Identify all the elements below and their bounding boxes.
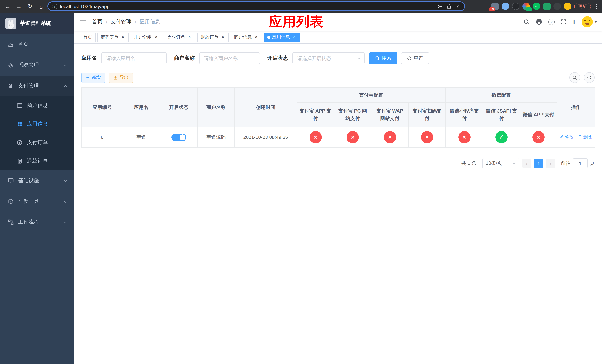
next-page-button[interactable]: › [546,159,555,168]
refresh-button[interactable] [584,72,595,83]
profile-badge: 1 [527,7,532,11]
cell-alipay-wap: × [371,127,408,148]
sidebar-item-infra[interactable]: 基础设施 [0,170,74,191]
sidebar-item-label: 基础设施 [18,177,39,184]
extension-icon[interactable] [512,3,519,10]
bookmark-star-icon[interactable]: ☆ [456,3,461,9]
search-button[interactable]: 搜索 [369,52,397,64]
goto-page-input[interactable] [573,159,588,168]
github-icon[interactable] [536,19,542,25]
col-header-alipay-wap: 支付宝 WAP 网站支付 [371,102,408,127]
edit-link[interactable]: 修改 [559,133,574,140]
home-icon[interactable]: ⌂ [36,1,46,11]
sidebar-item-dev-tools[interactable]: 研发工具 [0,191,74,212]
goto-unit: 页 [590,160,595,167]
status-fail-icon: × [458,131,470,143]
breadcrumb-section[interactable]: 支付管理 [111,19,131,25]
reload-icon[interactable]: ↻ [25,1,35,11]
sidebar-item-home[interactable]: 首页 [0,34,74,55]
sidebar-logo-row[interactable]: 芋道管理系统 [0,13,74,34]
browser-menu-icon[interactable]: ⋮ [594,3,599,10]
tab-pay-order[interactable]: 支付订单 × [164,32,195,42]
profile-avatar-icon[interactable]: 1 [522,3,530,10]
sidebar-item-merchant-info[interactable]: 商户信息 [0,96,74,115]
delete-link[interactable]: 删除 [578,133,592,140]
table-row: 6 芋道 芋道源码 2021-10-23 08:49:25 × × × × × [82,127,595,148]
hamburger-icon[interactable] [79,18,86,25]
user-menu[interactable]: ▾ [582,16,597,27]
toggle-search-button[interactable] [570,72,580,83]
sidebar-item-workflow[interactable]: 工作流程 [0,212,74,233]
sidebar-item-payment[interactable]: ¥ 支付管理 [0,75,74,96]
status-select[interactable] [292,52,365,64]
cell-created-at: 2021-10-23 08:49:25 [235,127,297,148]
tab-close-icon[interactable]: × [254,35,259,40]
tab-close-icon[interactable]: × [154,35,159,40]
tab-merchant-info[interactable]: 商户信息 × [231,32,262,42]
cell-merchant-name: 芋道源码 [197,127,235,148]
page-size-select[interactable]: 10条/页 [483,158,519,169]
search-icon[interactable] [523,19,530,25]
tab-close-icon[interactable]: × [292,35,297,40]
app-name-label: 应用名 [81,55,97,62]
tab-home[interactable]: 首页 [80,32,96,42]
help-icon[interactable]: ? [548,19,554,25]
extension-icon[interactable]: 10 [491,3,499,10]
extension-icon[interactable]: ✓ [533,3,540,10]
tab-user-group[interactable]: 用户分组 × [131,32,162,42]
merchant-name-input[interactable] [199,52,260,64]
extension-badge: 10 [489,7,495,11]
breadcrumb-home[interactable]: 首页 [92,19,103,25]
add-button[interactable]: 新增 [81,72,105,83]
page-button-1[interactable]: 1 [534,159,543,168]
credit-card-icon [16,103,24,108]
export-button[interactable]: 导出 [109,72,133,83]
extension-icon[interactable] [502,3,509,10]
site-info-icon[interactable]: i [52,3,57,9]
sidebar-item-system[interactable]: 系统管理 [0,55,74,75]
sidebar-item-refund-order[interactable]: 退款订单 [0,152,74,170]
font-size-icon[interactable]: T [572,19,576,25]
password-key-icon[interactable] [437,3,443,9]
app-title: 芋道管理系统 [20,20,51,27]
sidebar-item-label: 商户信息 [27,102,48,109]
logo-avatar [5,18,16,29]
tab-label: 首页 [83,34,92,40]
reset-button[interactable]: 重置 [401,52,429,64]
browser-update-button[interactable]: 更新 [574,2,591,10]
tabs-bar: 首页 流程表单 × 用户分组 × 支付订单 × 退款订单 × [74,31,602,44]
tab-close-icon[interactable]: × [220,35,226,40]
prev-page-button[interactable]: ‹ [522,159,531,168]
address-bar[interactable]: i localhost:1024/pay/app ☆ [47,1,465,11]
sidebar-submenu-payment: 商户信息 应用信息 支付订单 [0,96,74,170]
sidebar-item-app-info[interactable]: 应用信息 [0,115,74,133]
status-label: 开启状态 [267,55,288,62]
status-select-input[interactable] [292,52,365,64]
breadcrumb: 首页 / 支付管理 / 应用信息 [92,19,160,25]
tab-close-icon[interactable]: × [187,35,192,40]
sidebar-item-pay-order[interactable]: 支付订单 [0,133,74,152]
share-icon[interactable] [447,4,452,9]
back-icon[interactable]: ← [3,1,13,11]
tab-close-icon[interactable]: × [120,35,126,40]
col-header-app-id: 应用编号 [82,87,123,127]
fullscreen-icon[interactable] [560,19,566,25]
tab-app-info[interactable]: 应用信息 × [264,32,300,42]
tab-label: 支付订单 [167,34,185,40]
extension-icon[interactable] [553,3,561,10]
sidebar-item-label: 首页 [18,41,29,48]
browser-toolbar: ← → ↻ ⌂ i localhost:1024/pay/app ☆ 10 1 … [0,0,602,13]
chevron-down-icon [63,199,67,203]
status-fail-icon: × [532,131,545,143]
col-header-app-name: 应用名 [123,87,160,127]
tab-refund-order[interactable]: 退款订单 × [197,32,229,42]
pagination: 共 1 条 10条/页 ‹ 1 › 前往 页 [81,158,595,169]
status-switch[interactable] [171,134,186,141]
col-header-alipay-app: 支付宝 APP 支付 [297,102,334,127]
extension-icon[interactable] [543,3,550,10]
tab-process-form[interactable]: 流程表单 × [97,32,129,42]
app-name-input[interactable] [101,52,167,64]
search-button-label: 搜索 [382,55,391,62]
emoji-extension-icon[interactable] [564,3,571,10]
forward-icon[interactable]: → [14,1,24,11]
